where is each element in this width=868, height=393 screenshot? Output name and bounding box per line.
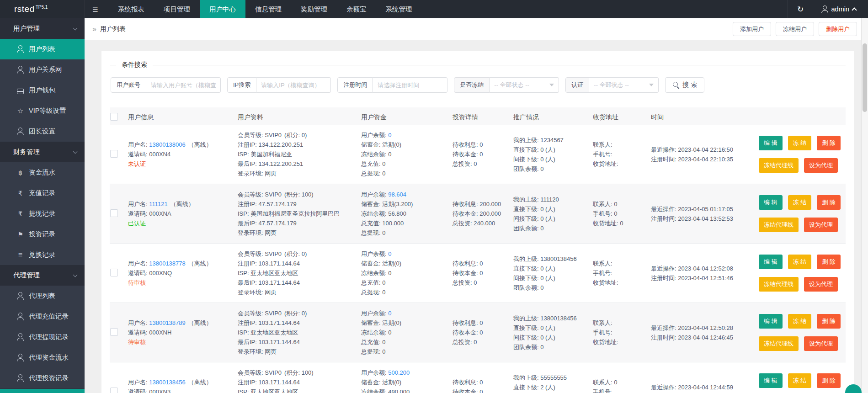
freeze-button[interactable]: 冻 结 <box>788 136 812 150</box>
sidebar-item[interactable]: 用户列表 <box>0 39 85 59</box>
delete-button[interactable]: 删 除 <box>817 314 841 329</box>
set-agent-button[interactable]: 设为代理 <box>804 158 838 173</box>
user-info-cell: 用户名: 13800138789（离线） 邀请码: 000XNH 待审核 <box>128 313 238 352</box>
top-menu: 系统报表 项目管理 用户中心 信息管理 奖励管理 余额宝 系统管理 <box>108 0 422 18</box>
sidebar-section-agents[interactable]: 代理管理 <box>0 265 85 286</box>
search-button[interactable]: 搜 索 <box>665 77 704 93</box>
edit-button[interactable]: 编 辑 <box>759 136 783 150</box>
sidebar-item[interactable]: 兑换记录 <box>0 244 85 265</box>
set-agent-button[interactable]: 设为代理 <box>804 218 838 232</box>
chevron-down-icon <box>73 26 78 30</box>
balance-link[interactable]: 0 <box>388 250 391 257</box>
admin-menu[interactable]: admin <box>813 0 868 18</box>
scrollbar-thumb[interactable] <box>863 43 867 112</box>
actions-cell: 编 辑 冻 结 删 除 冻结代理线 设为代理 <box>759 190 850 238</box>
delete-button[interactable]: 删 除 <box>817 136 841 150</box>
sidebar-item[interactable]: 代理列表 <box>0 286 85 306</box>
delete-button[interactable]: 删 除 <box>817 195 841 210</box>
user-icon <box>16 66 24 74</box>
freeze-agent-button[interactable]: 冻结代理线 <box>759 158 799 173</box>
search-select-group: 是否冻结 -- 全部状态 -- <box>454 77 559 93</box>
time-cell: 最近操作: 2023-04-04 12:52:08 注册时间: 2023-04-… <box>651 258 759 288</box>
delete-button[interactable]: 删 除 <box>817 255 841 269</box>
delete-button[interactable]: 删 除 <box>817 373 841 388</box>
search-input[interactable] <box>373 77 447 93</box>
promo-cell: 我的上级: 13800138456 直接下级: 0 (人) 间接下级: 0 (人… <box>513 308 593 357</box>
nav-item[interactable]: 项目管理 <box>154 0 200 18</box>
sidebar-item[interactable]: 投资记录 <box>0 224 85 244</box>
freeze-button[interactable]: 冻 结 <box>788 195 812 210</box>
freeze-agent-button[interactable]: 冻结代理线 <box>759 277 799 292</box>
set-agent-button[interactable]: 设为代理 <box>804 277 838 292</box>
sidebar-item[interactable]: 用户钱包 <box>0 80 85 101</box>
status-select[interactable]: -- 全部状态 -- <box>589 77 659 93</box>
page-action-button[interactable]: 添加用户 <box>733 22 771 36</box>
nav-item[interactable]: 用户中心 <box>200 0 245 18</box>
sidebar-item[interactable]: 用户关系网 <box>0 59 85 80</box>
row-checkbox[interactable] <box>110 209 118 217</box>
row-checkbox[interactable] <box>110 269 118 276</box>
search-input[interactable] <box>256 77 331 93</box>
page-action-button[interactable]: 冻结用户 <box>776 22 814 36</box>
balance-link[interactable]: 500.200 <box>388 369 410 376</box>
row-checkbox[interactable] <box>110 328 118 336</box>
edit-button[interactable]: 编 辑 <box>759 373 783 388</box>
sidebar-item[interactable]: 充值记录 <box>0 183 85 203</box>
sidebar: 用户管理 用户列表 用户关系网 用户钱包 VIP等级设置 团长设置 财务管理 <box>0 18 85 393</box>
balance-link[interactable]: 0 <box>388 132 391 138</box>
sidebar-toggle[interactable] <box>85 0 106 18</box>
nav-item[interactable]: 奖励管理 <box>291 0 337 18</box>
username-link[interactable]: 13800138778 <box>149 260 186 267</box>
sidebar-section-finance[interactable]: 财务管理 <box>0 142 85 162</box>
balance-link[interactable]: 98.604 <box>388 191 406 198</box>
freeze-button[interactable]: 冻 结 <box>788 314 812 329</box>
nav-item[interactable]: 余额宝 <box>337 0 376 18</box>
search-input[interactable] <box>146 77 221 93</box>
username-link[interactable]: 13800138456 <box>149 379 186 386</box>
column-header: 用户资料 <box>238 113 361 122</box>
user-info-cell: 用户名: 13800138006（离线） 邀请码: 000XN4 未认证 <box>128 134 238 174</box>
sidebar-item[interactable]: 代理资金流水 <box>0 347 85 368</box>
search-panel: 条件搜索 用户账号 IP搜索 注册时间 <box>110 65 846 104</box>
sidebar-item[interactable]: 代理提现记录 <box>0 327 85 347</box>
sidebar-item[interactable]: 团长设置 <box>0 121 85 142</box>
actions-cell: 编 辑 冻 结 删 除 冻结代理线 设为代理 <box>759 368 850 393</box>
freeze-button[interactable]: 冻 结 <box>788 373 812 388</box>
username-link[interactable]: 13800138789 <box>149 319 186 326</box>
row-checkbox[interactable] <box>110 388 118 393</box>
freeze-button[interactable]: 冻 结 <box>788 255 812 269</box>
user-funds-cell: 用户余额: 98.604 储蓄金: 活期(3.200) 冻结余额: 56.800… <box>361 184 453 243</box>
user-icon <box>821 5 828 13</box>
invest-cell: 待收利息: 200.000 待收本金: 200.000 总投资: 240.000 <box>453 194 513 234</box>
time-cell: 最近操作: 2023-04-05 01:17:05 注册时间: 2023-04-… <box>651 199 759 229</box>
sidebar-section-users[interactable]: 用户管理 <box>0 18 85 39</box>
nav-item[interactable]: 系统报表 <box>108 0 154 18</box>
freeze-agent-button[interactable]: 冻结代理线 <box>759 336 799 351</box>
status-select[interactable]: -- 全部状态 -- <box>490 77 559 93</box>
edit-button[interactable]: 编 辑 <box>759 255 783 269</box>
vertical-scrollbar <box>861 18 868 393</box>
edit-button[interactable]: 编 辑 <box>759 195 783 210</box>
user-profile-cell: 会员等级: SVIP0(积分: 0) 注册IP: 103.171.144.64 … <box>238 244 361 303</box>
address-cell: 联系人: 0 手机号: 0 收货地址: 0 <box>593 194 651 234</box>
select-all-checkbox[interactable] <box>110 113 118 121</box>
sidebar-item[interactable]: 提现记录 <box>0 203 85 224</box>
refresh-button[interactable] <box>788 0 813 18</box>
balance-link[interactable]: 0 <box>388 310 391 317</box>
nav-item[interactable]: 信息管理 <box>245 0 291 18</box>
sidebar-item[interactable]: 代理充值记录 <box>0 306 85 327</box>
sidebar-item[interactable]: VIP等级设置 <box>0 101 85 121</box>
address-cell: 联系人: 手机号: 收货地址: <box>593 313 651 352</box>
list-icon <box>16 251 24 259</box>
row-checkbox[interactable] <box>110 150 118 158</box>
username-link[interactable]: 13800138006 <box>149 141 186 148</box>
set-agent-button[interactable]: 设为代理 <box>804 336 838 351</box>
nav-item[interactable]: 系统管理 <box>376 0 422 18</box>
sidebar-item[interactable]: 资金流水 <box>0 162 85 183</box>
sidebar-item[interactable]: 代理投资记录 <box>0 368 85 388</box>
page-action-button[interactable]: 删除用户 <box>819 22 857 36</box>
username-link[interactable]: 111121 <box>149 201 168 207</box>
page-title: 用户列表 <box>100 25 126 33</box>
freeze-agent-button[interactable]: 冻结代理线 <box>759 218 799 232</box>
edit-button[interactable]: 编 辑 <box>759 314 783 329</box>
